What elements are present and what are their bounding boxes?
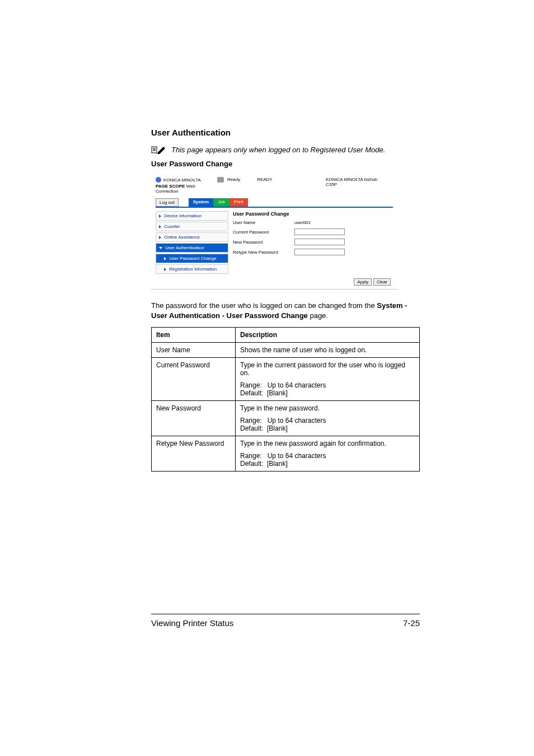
tab-print[interactable]: Print bbox=[229, 198, 247, 207]
sidebar: Device Information Counter Online Assist… bbox=[156, 211, 228, 275]
tab-job[interactable]: Job bbox=[213, 198, 229, 207]
page-footer: Viewing Printer Status 7-25 bbox=[151, 618, 420, 628]
desc-line: Default: [Blank] bbox=[240, 460, 415, 468]
tab-bar: System Job Print bbox=[189, 198, 248, 207]
triangle-down-icon bbox=[159, 247, 162, 249]
input-new-password[interactable] bbox=[294, 239, 345, 245]
tab-system[interactable]: System bbox=[189, 198, 213, 207]
sidebar-item-registration-information[interactable]: Registration Information bbox=[156, 264, 228, 274]
sidebar-label: User Password Change bbox=[169, 256, 216, 261]
triangle-right-icon bbox=[164, 257, 166, 260]
status-ready-big: READY bbox=[257, 177, 273, 182]
triangle-right-icon bbox=[164, 268, 166, 271]
label-retype-new-password: Retype New Password bbox=[233, 250, 294, 255]
heading-user-authentication: User Authentication bbox=[151, 128, 420, 137]
panel-title: User Password Change bbox=[233, 211, 393, 217]
device-name-line2: C35P bbox=[326, 182, 393, 187]
footer-rule bbox=[151, 614, 420, 614]
triangle-right-icon bbox=[159, 236, 161, 239]
value-user-name: user001 bbox=[294, 220, 311, 225]
description-table: Item Description User Name Shows the nam… bbox=[151, 327, 420, 472]
cell-desc-retype-new-password: Type in the new password again for confi… bbox=[236, 436, 420, 472]
label-new-password: New Password bbox=[233, 240, 294, 245]
pagescope-label: PAGE SCOPE bbox=[156, 184, 185, 189]
desc-line: Range: Up to 64 characters bbox=[240, 381, 415, 389]
tab-underline bbox=[156, 207, 393, 208]
label-current-password: Current Password bbox=[233, 230, 294, 235]
desc-line: Default: [Blank] bbox=[240, 389, 415, 397]
sidebar-label: Counter bbox=[164, 224, 180, 229]
th-item: Item bbox=[152, 328, 236, 343]
desc-line: Type in the new password. bbox=[240, 404, 415, 412]
triangle-right-icon bbox=[159, 225, 161, 228]
cell-item-username: User Name bbox=[152, 343, 236, 358]
note-text: This page appears only when logged on to… bbox=[171, 146, 385, 154]
triangle-right-icon bbox=[159, 214, 161, 218]
intro-text-a: The password for the user who is logged … bbox=[151, 301, 377, 310]
page-content: User Authentication This page appears on… bbox=[151, 128, 420, 472]
main-panel: User Password Change User Name user001 C… bbox=[233, 211, 393, 275]
cell-item-new-password: New Password bbox=[152, 401, 236, 436]
sidebar-item-user-password-change[interactable]: User Password Change bbox=[156, 254, 228, 263]
sidebar-label: Online Assistance bbox=[164, 235, 200, 240]
sidebar-item-user-authentication[interactable]: User Authentication bbox=[156, 243, 228, 253]
intro-paragraph: The password for the user who is logged … bbox=[151, 301, 420, 320]
input-current-password[interactable] bbox=[294, 228, 345, 235]
th-description: Description bbox=[236, 328, 420, 343]
km-logo-icon bbox=[156, 177, 161, 183]
cell-item-retype-new-password: Retype New Password bbox=[152, 436, 236, 472]
intro-text-c: page. bbox=[308, 311, 328, 320]
embedded-screenshot: KONICA MINOLTA PAGE SCOPE Web Connection… bbox=[151, 172, 397, 290]
sidebar-label: Registration Information bbox=[169, 267, 217, 272]
desc-line: Default: [Blank] bbox=[240, 424, 415, 432]
heading-user-password-change: User Password Change bbox=[151, 160, 420, 168]
cell-desc-new-password: Type in the new password. Range: Up to 6… bbox=[236, 401, 420, 436]
brand-text: KONICA MINOLTA bbox=[163, 178, 201, 183]
apply-button[interactable]: Apply bbox=[354, 278, 372, 286]
status-ready-small: Ready bbox=[227, 177, 240, 182]
sidebar-label: User Authentication bbox=[165, 245, 204, 250]
printer-icon bbox=[217, 177, 224, 183]
device-name-line1: KONICA MINOLTA bizhub bbox=[326, 177, 393, 182]
page-number: 7-25 bbox=[403, 618, 420, 628]
note-row: This page appears only when logged on to… bbox=[151, 145, 420, 154]
sidebar-item-counter[interactable]: Counter bbox=[156, 222, 228, 231]
desc-line: Type in the new password again for confi… bbox=[240, 440, 415, 447]
note-icon bbox=[151, 145, 166, 154]
sidebar-item-device-information[interactable]: Device Information bbox=[156, 211, 228, 221]
clear-button[interactable]: Clear bbox=[373, 278, 391, 286]
desc-line: Range: Up to 64 characters bbox=[240, 452, 415, 460]
cell-item-current-password: Current Password bbox=[152, 358, 236, 401]
input-retype-new-password[interactable] bbox=[294, 249, 345, 255]
desc-line: Type in the current password for the use… bbox=[240, 361, 415, 377]
label-user-name: User Name bbox=[233, 220, 294, 225]
footer-title: Viewing Printer Status bbox=[151, 618, 233, 628]
cell-desc-current-password: Type in the current password for the use… bbox=[236, 358, 420, 401]
sidebar-item-online-assistance[interactable]: Online Assistance bbox=[156, 232, 228, 242]
desc-line: Range: Up to 64 characters bbox=[240, 417, 415, 424]
cell-desc-username: Shows the name of user who is logged on. bbox=[236, 343, 420, 358]
logout-button[interactable]: Log out bbox=[156, 198, 179, 207]
sidebar-label: Device Information bbox=[164, 213, 202, 218]
